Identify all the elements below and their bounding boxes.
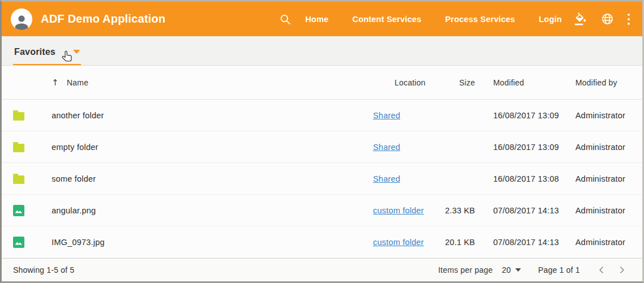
- file-name[interactable]: another folder: [52, 111, 373, 120]
- chevron-right-icon: [616, 264, 628, 276]
- previous-page-button[interactable]: [594, 262, 609, 278]
- search-icon: [279, 13, 291, 25]
- table-row[interactable]: IMG_0973.jpg custom folder 20.1 KB 07/08…: [2, 226, 642, 258]
- image-file-icon: [13, 205, 24, 216]
- chevron-left-icon: [596, 264, 607, 276]
- file-name[interactable]: some folder: [52, 174, 373, 183]
- modified-by: Administrator: [575, 206, 642, 215]
- main-nav: Home Content Services Process Services L…: [305, 9, 562, 29]
- modified-column-header[interactable]: Modified: [493, 78, 567, 87]
- app-header: ADF Demo Application Home Content Servic…: [2, 2, 642, 36]
- table-row[interactable]: angular.png custom folder 2.33 KB 07/08/…: [2, 195, 642, 226]
- person-icon: [13, 13, 30, 30]
- header-icon-group: [563, 10, 632, 28]
- location-link[interactable]: Shared: [373, 111, 400, 120]
- page-status: Page 1 of 1: [538, 265, 580, 275]
- modified-by: Administrator: [575, 143, 642, 152]
- modified-by: Administrator: [575, 238, 642, 247]
- view-toolbar: Favorites: [2, 36, 642, 66]
- nav-content-services[interactable]: Content Services: [353, 9, 422, 29]
- pager: [589, 262, 630, 278]
- table-row[interactable]: some folder Shared 16/08/2017 13:08 Admi…: [2, 163, 642, 195]
- items-per-page-value: 20: [502, 265, 511, 275]
- image-file-icon: [13, 237, 24, 248]
- nav-process-services[interactable]: Process Services: [445, 9, 515, 29]
- modified-date: 07/08/2017 14:13: [493, 238, 567, 247]
- folder-icon: [13, 144, 24, 152]
- modified-date: 16/08/2017 13:08: [493, 174, 567, 183]
- modified-by: Administrator: [575, 174, 642, 183]
- modified-date: 16/08/2017 13:09: [493, 143, 567, 152]
- showing-status: Showing 1-5 of 5: [13, 265, 74, 275]
- search-button[interactable]: [277, 11, 294, 28]
- name-header-label: Name: [67, 78, 88, 87]
- location-column-header[interactable]: Location: [373, 78, 433, 87]
- theme-picker-button[interactable]: [572, 10, 590, 28]
- location-link[interactable]: custom folder: [373, 206, 424, 215]
- paint-bucket-icon: [574, 12, 587, 25]
- app-window: ADF Demo Application Home Content Servic…: [0, 0, 644, 283]
- folder-icon: [13, 112, 24, 121]
- favorites-tab-label: Favorites: [14, 47, 56, 57]
- location-link[interactable]: custom folder: [373, 238, 424, 247]
- modified-date: 07/08/2017 14:13: [493, 206, 567, 215]
- modified-by: Administrator: [575, 111, 642, 120]
- file-size: 20.1 KB: [433, 238, 475, 247]
- modified-by-column-header[interactable]: Modified by: [575, 78, 642, 87]
- table-row[interactable]: another folder Shared 16/08/2017 13:09 A…: [2, 100, 642, 131]
- modified-date: 16/08/2017 13:09: [493, 111, 567, 120]
- file-name[interactable]: angular.png: [52, 206, 373, 215]
- arrow-up-icon: ↑: [52, 78, 59, 88]
- name-column-header[interactable]: ↑ Name: [52, 78, 373, 88]
- file-size: 2.33 KB: [433, 206, 475, 215]
- items-per-page-select[interactable]: 20: [502, 265, 521, 275]
- app-title: ADF Demo Application: [41, 12, 166, 25]
- more-menu-button[interactable]: [625, 10, 632, 28]
- avatar[interactable]: [11, 8, 32, 30]
- file-name[interactable]: IMG_0973.jpg: [52, 238, 373, 247]
- size-column-header[interactable]: Size: [433, 78, 475, 87]
- favorites-tab-dropdown[interactable]: Favorites: [13, 47, 81, 65]
- location-link[interactable]: Shared: [373, 143, 400, 152]
- document-list: ↑ Name Location Size Modified Modified b…: [2, 66, 642, 258]
- table-header-row: ↑ Name Location Size Modified Modified b…: [2, 66, 642, 100]
- language-button[interactable]: [599, 10, 616, 28]
- caret-down-icon: [515, 268, 521, 272]
- nav-login[interactable]: Login: [539, 9, 562, 29]
- folder-icon: [13, 175, 24, 184]
- next-page-button[interactable]: [614, 262, 630, 278]
- pagination-bar: Showing 1-5 of 5 Items per page 20 Page …: [2, 258, 642, 281]
- location-link[interactable]: Shared: [373, 174, 400, 183]
- nav-home[interactable]: Home: [305, 9, 328, 29]
- globe-icon: [601, 12, 614, 25]
- caret-down-icon: [73, 50, 80, 54]
- file-name[interactable]: empty folder: [52, 143, 373, 152]
- items-per-page-label: Items per page: [438, 265, 493, 275]
- more-vert-icon: [628, 12, 630, 26]
- table-row[interactable]: empty folder Shared 16/08/2017 13:09 Adm…: [2, 131, 642, 163]
